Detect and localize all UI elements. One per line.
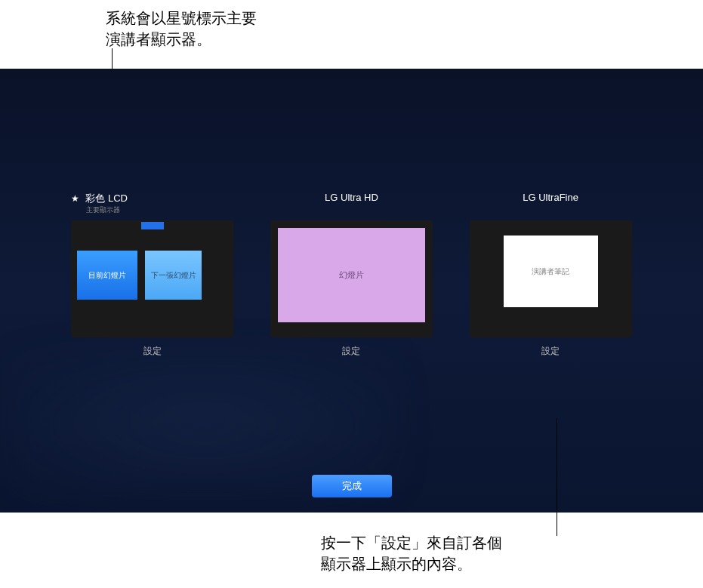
callout-bottom-text: 按一下「設定」來自訂各個顯示器上顯示的內容。	[321, 532, 502, 574]
settings-button[interactable]: 設定	[342, 345, 360, 358]
next-slide-thumb: 下一張幻燈片	[145, 251, 202, 300]
display-preview-slideshow[interactable]: 幻燈片	[270, 220, 433, 337]
display-card-tertiary: LG UltraFine 演講者筆記 設定	[470, 192, 632, 358]
display-preview-notes[interactable]: 演講者筆記	[470, 220, 632, 337]
preview-timer-bar	[141, 222, 164, 229]
display-header: LG Ultra HD	[325, 192, 378, 214]
star-icon: ★	[71, 193, 79, 204]
settings-button[interactable]: 設定	[541, 345, 560, 358]
current-slide-thumb: 目前幻燈片	[77, 251, 137, 300]
callout-line-bottom	[557, 418, 557, 536]
display-settings-panel: ★ 彩色 LCD 主要顯示器 目前幻燈片 下一張幻燈片 設定 LG Ultra …	[0, 69, 703, 513]
display-preview-presenter[interactable]: 目前幻燈片 下一張幻燈片	[71, 220, 233, 337]
done-button[interactable]: 完成	[312, 475, 392, 497]
display-header: LG UltraFine	[523, 192, 578, 214]
presenter-notes-thumb: 演講者筆記	[504, 236, 598, 307]
displays-container: ★ 彩色 LCD 主要顯示器 目前幻燈片 下一張幻燈片 設定 LG Ultra …	[0, 192, 703, 358]
settings-button[interactable]: 設定	[143, 345, 162, 358]
display-header: ★ 彩色 LCD 主要顯示器	[71, 192, 233, 214]
preview-slides-row: 目前幻燈片 下一張幻燈片	[77, 251, 202, 300]
display-card-secondary: LG Ultra HD 幻燈片 設定	[270, 192, 433, 358]
display-title-row: ★ 彩色 LCD	[71, 192, 128, 205]
display-title: LG UltraFine	[523, 192, 578, 203]
display-title: 彩色 LCD	[85, 192, 128, 205]
callout-top-text: 系統會以星號標示主要演講者顯示器。	[106, 8, 257, 50]
display-title: LG Ultra HD	[325, 192, 378, 203]
display-card-primary: ★ 彩色 LCD 主要顯示器 目前幻燈片 下一張幻燈片 設定	[71, 192, 233, 358]
display-subtitle: 主要顯示器	[86, 205, 120, 215]
slide-main: 幻燈片	[278, 228, 425, 322]
